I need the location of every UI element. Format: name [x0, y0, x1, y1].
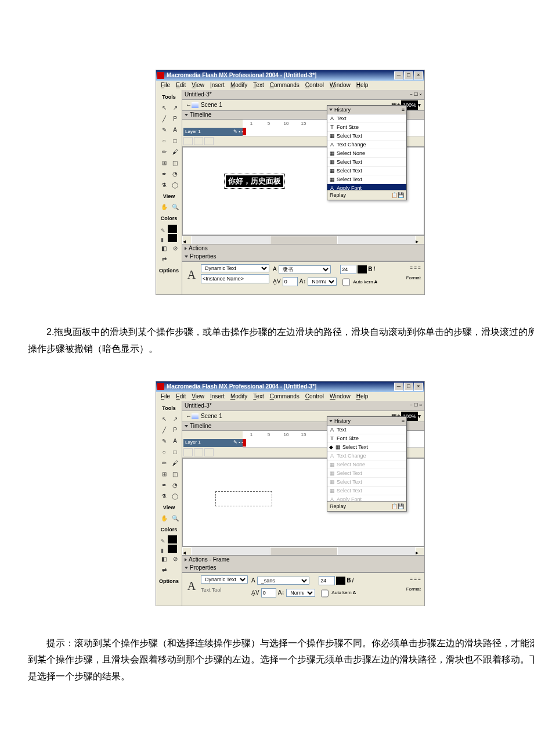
actions-panel-header[interactable]: Actions — [182, 244, 424, 253]
horizontal-scrollbar[interactable]: ◂▸ — [182, 235, 424, 244]
default-colors[interactable]: ◧ — [158, 243, 170, 254]
transform-tool[interactable]: ⊞ — [158, 158, 170, 168]
no-color[interactable]: ⊘ — [169, 554, 181, 564]
oval-tool[interactable]: ○ — [158, 136, 170, 146]
fill-transform-tool[interactable]: ◫ — [169, 158, 181, 168]
zoom-dropdown[interactable]: ▾ — [418, 100, 421, 110]
text-tool[interactable]: A — [169, 125, 181, 135]
fill-color[interactable] — [168, 545, 177, 553]
hand-tool[interactable]: ✋ — [158, 202, 170, 213]
font-size[interactable] — [340, 265, 356, 274]
swap-colors[interactable]: ⇄ — [158, 565, 170, 575]
history-item[interactable]: ▦Select Text — [327, 469, 406, 478]
autokern-checkbox[interactable] — [342, 278, 350, 286]
bucket-tool[interactable]: ◔ — [169, 169, 181, 179]
default-colors[interactable]: ◧ — [158, 554, 170, 564]
history-item[interactable]: ▦Select Text — [327, 158, 406, 167]
oval-tool[interactable]: ○ — [158, 447, 170, 458]
maximize-button[interactable]: □ — [404, 383, 413, 391]
add-layer-button[interactable] — [183, 137, 193, 145]
menu-file[interactable]: File — [158, 80, 172, 91]
scene-name[interactable]: Scene 1 — [201, 100, 222, 110]
pen-tool[interactable]: ✎ — [158, 125, 170, 135]
subselect-tool[interactable]: ↗ — [169, 103, 181, 113]
brush-tool[interactable]: 🖌 — [169, 147, 181, 157]
history-item[interactable]: TFont Size — [327, 123, 406, 132]
text-color[interactable] — [358, 265, 367, 273]
history-item[interactable]: ▦Select None — [327, 149, 406, 158]
menu-file[interactable]: File — [158, 391, 172, 402]
history-item[interactable]: AText — [327, 426, 406, 434]
history-item[interactable]: TFont Size — [327, 434, 406, 443]
lasso-tool[interactable]: P — [169, 425, 181, 435]
keyframe[interactable] — [243, 128, 246, 135]
add-guide-button[interactable] — [194, 137, 203, 145]
history-item[interactable]: ▦Select Text — [327, 478, 406, 487]
zoom-tool[interactable]: 🔍 — [169, 513, 181, 524]
minimize-button[interactable]: ─ — [394, 383, 403, 391]
fill-transform-tool[interactable]: ◫ — [169, 469, 181, 480]
font-select[interactable]: _sans — [257, 577, 309, 585]
actions-panel-header[interactable]: Actions - Frame — [182, 555, 424, 564]
copy-steps-icon[interactable]: 📋 — [391, 190, 398, 200]
text-type-select[interactable]: Dynamic Text — [201, 575, 248, 584]
history-item[interactable]: AText — [327, 114, 406, 123]
history-item[interactable]: ◆ ▦Select Text — [327, 443, 406, 452]
eyedropper-tool[interactable]: ⚗ — [158, 180, 170, 190]
eraser-tool[interactable]: ◯ — [169, 180, 181, 190]
text-object[interactable]: 你好，历史面板 — [226, 175, 283, 187]
horizontal-scrollbar[interactable]: ◂▸ — [182, 546, 424, 555]
stroke-color[interactable] — [168, 535, 177, 543]
no-color[interactable]: ⊘ — [169, 243, 181, 254]
history-item[interactable]: AText Change — [327, 452, 406, 460]
close-button[interactable]: × — [414, 383, 423, 391]
hand-tool[interactable]: ✋ — [158, 513, 170, 524]
history-item[interactable]: ▦Select Text — [327, 175, 406, 184]
panel-menu-icon[interactable]: ≡ — [402, 105, 405, 114]
instance-name-input[interactable] — [201, 274, 269, 283]
eraser-tool[interactable]: ◯ — [169, 491, 181, 502]
save-command-icon[interactable]: 💾 — [398, 190, 404, 200]
fill-color[interactable] — [168, 234, 177, 242]
history-item[interactable]: AText Change — [327, 141, 406, 149]
letter-spacing[interactable] — [283, 277, 298, 286]
close-button[interactable]: × — [414, 71, 423, 80]
pencil-tool[interactable]: ✏ — [158, 458, 170, 469]
history-item[interactable]: ▦Select Text — [327, 167, 406, 175]
history-item[interactable]: AApply Font — [327, 495, 406, 501]
ink-tool[interactable]: ✒ — [158, 480, 170, 491]
minimize-button[interactable]: ─ — [394, 71, 403, 80]
subselect-tool[interactable]: ↗ — [169, 414, 181, 424]
rect-tool[interactable]: □ — [169, 136, 181, 146]
transform-tool[interactable]: ⊞ — [158, 469, 170, 480]
ink-tool[interactable]: ✒ — [158, 169, 170, 179]
brush-tool[interactable]: 🖌 — [169, 458, 181, 469]
document-tab[interactable]: Untitled-3*− ☐ × — [182, 90, 424, 100]
maximize-button[interactable]: □ — [404, 71, 413, 80]
replay-button[interactable]: Replay — [330, 190, 346, 200]
history-item[interactable]: ▦Select Text — [327, 132, 406, 141]
bold-button[interactable]: B — [368, 264, 372, 275]
text-tool[interactable]: A — [169, 436, 181, 447]
properties-panel-header[interactable]: Properties — [182, 564, 424, 573]
replay-button[interactable]: Replay — [330, 502, 346, 511]
add-folder-button[interactable] — [204, 137, 214, 145]
line-mode[interactable]: Normal — [308, 278, 337, 286]
pencil-tool[interactable]: ✏ — [158, 147, 170, 157]
zoom-tool[interactable]: 🔍 — [169, 202, 181, 213]
bucket-tool[interactable]: ◔ — [169, 480, 181, 491]
layer-row[interactable]: Layer 1✎ • • — [183, 128, 245, 136]
empty-text-frame[interactable] — [215, 491, 272, 506]
swap-colors[interactable]: ⇄ — [158, 254, 170, 265]
text-type-select[interactable]: Dynamic Text — [201, 264, 269, 272]
eyedropper-tool[interactable]: ⚗ — [158, 491, 170, 502]
layer-row[interactable]: Layer 1✎ • • — [183, 439, 245, 447]
stroke-color[interactable] — [168, 225, 177, 233]
arrow-tool[interactable]: ↖ — [158, 103, 170, 113]
line-tool[interactable]: ╱ — [158, 114, 170, 124]
font-select[interactable]: 隶书 — [279, 265, 331, 273]
history-panel-header[interactable]: History≡ — [327, 417, 406, 426]
line-tool[interactable]: ╱ — [158, 425, 170, 435]
rect-tool[interactable]: □ — [169, 447, 181, 458]
italic-button[interactable]: I — [374, 264, 376, 275]
